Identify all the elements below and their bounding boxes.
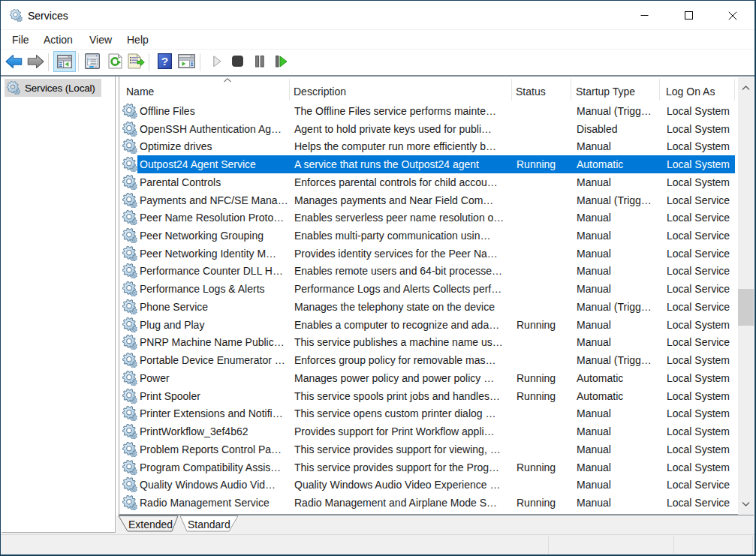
cell-startup: Manual <box>571 422 660 440</box>
service-gear-icon <box>121 155 137 173</box>
table-row[interactable]: Peer Networking GroupingEnables multi-pa… <box>121 227 735 245</box>
scroll-down-icon[interactable] <box>741 500 751 507</box>
column-divider[interactable] <box>659 79 660 101</box>
minimize-button[interactable] <box>622 1 666 30</box>
cell-name: Performance Logs & Alerts <box>137 280 290 298</box>
column-divider[interactable] <box>289 79 290 101</box>
table-row[interactable]: Peer Networking Identity M…Provides iden… <box>121 245 735 263</box>
table-row[interactable]: Offline FilesThe Offline Files service p… <box>121 102 735 120</box>
cell-desc: Helps the computer run more efficiently … <box>290 137 512 155</box>
tab-standard[interactable]: Standard <box>188 518 230 530</box>
table-row[interactable]: Portable Device Enumerator …Enforces gro… <box>121 351 735 369</box>
toolbar-separator <box>149 53 149 71</box>
help-button[interactable]: ? <box>158 53 172 69</box>
column-divider[interactable] <box>734 79 735 101</box>
status-bar <box>1 534 754 554</box>
cell-name: Portable Device Enumerator … <box>137 351 290 369</box>
table-row[interactable]: Optimize drivesHelps the computer run mo… <box>121 137 735 155</box>
cell-status <box>512 137 571 155</box>
table-row[interactable]: Problem Reports Control Pa…This service … <box>121 440 735 458</box>
properties-button[interactable] <box>85 53 100 69</box>
back-button[interactable] <box>5 54 23 69</box>
column-divider[interactable] <box>511 79 512 101</box>
services-app-icon <box>10 9 23 22</box>
table-row[interactable]: PNRP Machine Name Public…This service pu… <box>121 334 735 352</box>
service-gear-icon <box>121 102 137 120</box>
column-header-name[interactable]: Name <box>126 86 154 98</box>
cell-desc: Manages power policy and power policy … <box>290 369 512 387</box>
table-row[interactable]: Payments and NFC/SE Mana…Manages payment… <box>121 191 735 209</box>
pause-service-button[interactable] <box>255 56 264 68</box>
service-gear-icon <box>121 334 137 352</box>
cell-logon: Local System <box>660 440 735 458</box>
restart-service-button[interactable] <box>276 56 288 68</box>
cell-status <box>512 173 571 191</box>
tree-item-services-local[interactable]: Services (Local) <box>5 79 101 97</box>
cell-startup: Manual (Trigg… <box>571 298 660 316</box>
cell-logon: Local System <box>660 173 735 191</box>
column-header-log-on-as[interactable]: Log On As <box>666 86 715 98</box>
service-gear-icon <box>121 494 137 512</box>
cell-status <box>512 227 571 245</box>
cell-desc: Provides identity services for the Peer … <box>290 245 512 263</box>
menu-file[interactable]: File <box>12 34 29 46</box>
close-button[interactable] <box>711 1 754 30</box>
cell-name: Payments and NFC/SE Mana… <box>137 191 290 209</box>
forward-icon <box>27 54 44 69</box>
service-gear-icon <box>121 404 137 422</box>
cell-name: PrintWorkflow_3ef4b62 <box>137 422 290 440</box>
column-header-status[interactable]: Status <box>516 86 546 98</box>
table-row[interactable]: Print SpoolerThis service spools print j… <box>121 387 735 405</box>
tree-item-label: Services (Local) <box>25 83 95 94</box>
forward-button[interactable] <box>27 54 44 69</box>
menu-help[interactable]: Help <box>127 34 149 46</box>
cell-desc: Manages payments and Near Field Com… <box>290 191 512 209</box>
cell-startup: Manual (Trigg… <box>571 351 660 369</box>
cell-startup: Manual <box>571 137 660 155</box>
column-divider[interactable] <box>571 79 571 101</box>
column-header-description[interactable]: Description <box>294 86 346 98</box>
table-row[interactable]: Quality Windows Audio Vid…Quality Window… <box>121 476 735 494</box>
table-row[interactable]: OpenSSH Authentication Ag…Agent to hold … <box>121 120 735 138</box>
cell-startup: Manual <box>571 245 660 263</box>
cell-desc: Provides support for Print Workflow appl… <box>290 422 512 440</box>
table-row[interactable]: Radio Management ServiceRadio Management… <box>121 494 735 512</box>
menu-view[interactable]: View <box>89 34 112 46</box>
table-row[interactable]: PrintWorkflow_3ef4b62Provides support fo… <box>121 422 735 440</box>
cell-logon: Local System <box>660 369 735 387</box>
cell-desc: Enforces group policy for removable mas… <box>290 351 512 369</box>
cell-status <box>512 209 571 227</box>
table-row[interactable]: Program Compatibility Assis…This service… <box>121 458 735 476</box>
maximize-button[interactable] <box>667 1 710 30</box>
cell-name: Outpost24 Agent Service <box>137 155 290 173</box>
menu-action[interactable]: Action <box>44 34 73 46</box>
cell-logon: Local System <box>660 387 735 405</box>
vertical-scrollbar[interactable] <box>738 77 754 515</box>
export-list-button[interactable] <box>128 53 145 69</box>
refresh-button[interactable] <box>108 53 122 69</box>
show-hide-console-tree-button[interactable] <box>53 51 76 72</box>
cell-startup: Manual <box>571 316 660 334</box>
table-row[interactable]: Performance Counter DLL H…Enables remote… <box>121 263 735 281</box>
table-row[interactable]: Peer Name Resolution Proto…Enables serve… <box>121 209 735 227</box>
cell-name: Plug and Play <box>137 316 290 334</box>
cell-logon: Local System <box>660 102 735 120</box>
table-row[interactable]: Printer Extensions and Notifi…This servi… <box>121 404 735 422</box>
cell-desc: A service that runs the Outpost24 agent <box>290 155 512 173</box>
show-hide-action-pane-button[interactable] <box>178 54 195 68</box>
stop-service-button[interactable] <box>232 56 243 67</box>
scroll-up-icon[interactable] <box>741 85 751 92</box>
service-gear-icon <box>121 351 137 369</box>
tab-extended[interactable]: Extended <box>128 518 173 530</box>
table-row[interactable]: Parental ControlsEnforces parental contr… <box>121 173 735 191</box>
scrollbar-thumb[interactable] <box>738 289 754 326</box>
table-row[interactable]: Outpost24 Agent ServiceA service that ru… <box>121 155 735 173</box>
table-row[interactable]: Phone ServiceManages the telephony state… <box>121 298 735 316</box>
table-row[interactable]: Plug and PlayEnables a computer to recog… <box>121 316 735 334</box>
table-row[interactable]: Performance Logs & AlertsPerformance Log… <box>121 280 735 298</box>
start-service-button[interactable] <box>213 56 221 68</box>
column-header-startup-type[interactable]: Startup Type <box>576 86 635 98</box>
table-row[interactable]: PowerManages power policy and power poli… <box>121 369 735 387</box>
restart-service-icon <box>276 56 288 68</box>
cell-startup: Manual <box>571 280 660 298</box>
